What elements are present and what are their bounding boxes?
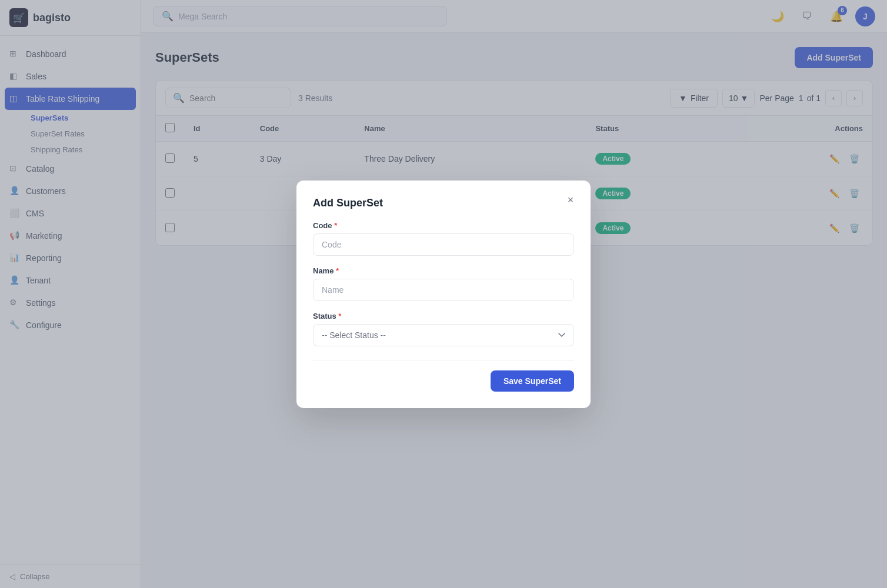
- status-select[interactable]: -- Select Status -- Active Inactive: [313, 324, 574, 346]
- modal-footer: Save SuperSet: [313, 360, 574, 392]
- status-required-star: *: [338, 312, 341, 320]
- name-form-group: Name *: [313, 266, 574, 301]
- code-input[interactable]: [313, 233, 574, 256]
- code-label: Code *: [313, 221, 574, 230]
- save-superset-button[interactable]: Save SuperSet: [491, 370, 574, 392]
- main-content: SuperSets Add SuperSet 🔍 3 Results ▼ Fil…: [141, 33, 887, 588]
- code-form-group: Code *: [313, 221, 574, 256]
- modal-overlay: Add SuperSet × Code * Name *: [141, 33, 887, 588]
- name-required-star: *: [336, 266, 339, 275]
- modal-close-button[interactable]: ×: [562, 192, 579, 209]
- name-label: Name *: [313, 266, 574, 275]
- code-required-star: *: [334, 221, 337, 230]
- status-form-group: Status * -- Select Status -- Active Inac…: [313, 312, 574, 346]
- add-superset-modal: Add SuperSet × Code * Name *: [296, 181, 591, 408]
- status-label: Status *: [313, 312, 574, 320]
- main-wrapper: 🔍 Mega Search 🌙 🗨 🔔 6 J SuperSets Add Su…: [141, 0, 887, 588]
- name-input[interactable]: [313, 279, 574, 301]
- modal-title: Add SuperSet: [313, 197, 574, 209]
